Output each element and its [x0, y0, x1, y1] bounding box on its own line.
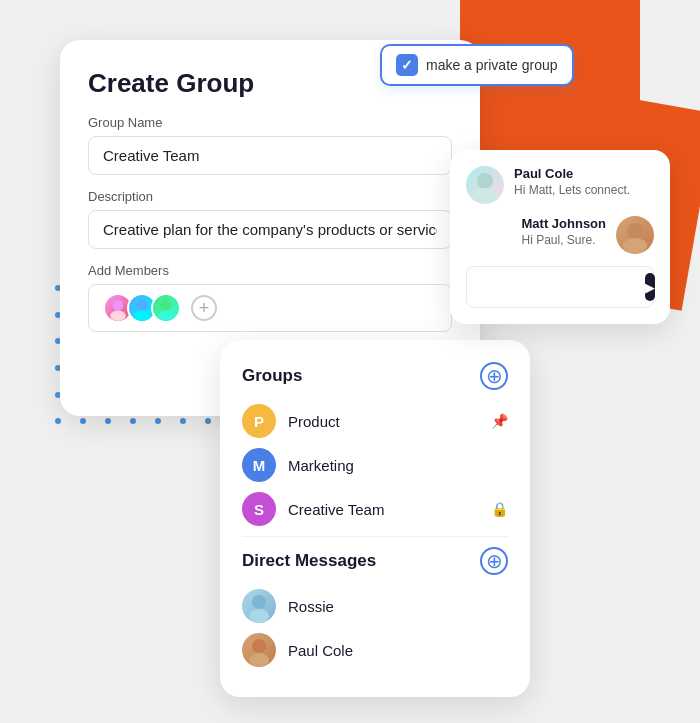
description-input[interactable]	[88, 210, 452, 249]
product-name: Product	[288, 413, 479, 430]
groups-title: Groups	[242, 366, 302, 386]
matt-message-content: Matt Johnson Hi Paul, Sure.	[522, 216, 607, 247]
chat-message-paul: Paul Cole Hi Matt, Lets connect.	[466, 166, 654, 204]
matt-message: Hi Paul, Sure.	[522, 233, 607, 247]
svg-point-3	[134, 311, 150, 321]
product-pin-icon: 📌	[491, 413, 508, 429]
group-item-product[interactable]: P Product 📌	[242, 404, 508, 438]
svg-point-12	[252, 639, 266, 653]
group-name-group: Group Name	[88, 115, 452, 175]
chat-card: Paul Cole Hi Matt, Lets connect. Matt Jo…	[450, 150, 670, 324]
private-group-label: make a private group	[426, 57, 558, 73]
product-icon: P	[242, 404, 276, 438]
group-name-input[interactable]	[88, 136, 452, 175]
svg-point-11	[249, 609, 269, 623]
rossie-avatar	[242, 589, 276, 623]
add-group-button[interactable]: ⊕	[480, 362, 508, 390]
add-dm-button[interactable]: ⊕	[480, 547, 508, 575]
add-members-row[interactable]: +	[88, 284, 452, 332]
description-group: Description	[88, 189, 452, 249]
svg-point-9	[623, 238, 647, 254]
groups-card: Groups ⊕ P Product 📌 M Marketing S Creat…	[220, 340, 530, 697]
paul-name: Paul Cole	[514, 166, 630, 181]
svg-point-5	[158, 311, 174, 321]
svg-point-1	[110, 311, 126, 321]
paul-avatar	[466, 166, 504, 204]
svg-point-0	[113, 300, 123, 310]
svg-point-2	[137, 300, 147, 310]
chat-input[interactable]	[477, 280, 645, 295]
matt-name: Matt Johnson	[522, 216, 607, 231]
paul-message-content: Paul Cole Hi Matt, Lets connect.	[514, 166, 630, 197]
svg-point-10	[252, 595, 266, 609]
dm-item-rossie[interactable]: Rossie	[242, 589, 508, 623]
add-member-button[interactable]: +	[191, 295, 217, 321]
section-divider	[242, 536, 508, 537]
member-avatar-3	[151, 293, 181, 323]
marketing-name: Marketing	[288, 457, 508, 474]
paul-dm-avatar	[242, 633, 276, 667]
description-label: Description	[88, 189, 452, 204]
creative-name: Creative Team	[288, 501, 479, 518]
chat-message-matt: Matt Johnson Hi Paul, Sure.	[466, 216, 654, 254]
add-members-group: Add Members +	[88, 263, 452, 332]
paul-dm-name: Paul Cole	[288, 642, 353, 659]
creative-icon: S	[242, 492, 276, 526]
member-avatars	[103, 293, 181, 323]
dm-title: Direct Messages	[242, 551, 376, 571]
private-group-badge[interactable]: ✓ make a private group	[380, 44, 574, 86]
group-name-label: Group Name	[88, 115, 452, 130]
groups-header: Groups ⊕	[242, 362, 508, 390]
private-checkbox[interactable]: ✓	[396, 54, 418, 76]
dm-header: Direct Messages ⊕	[242, 547, 508, 575]
paul-message: Hi Matt, Lets connect.	[514, 183, 630, 197]
send-button[interactable]: ▶	[645, 273, 655, 301]
add-members-label: Add Members	[88, 263, 452, 278]
chat-input-row[interactable]: ▶	[466, 266, 654, 308]
svg-point-8	[627, 223, 643, 239]
creative-lock-icon: 🔒	[491, 501, 508, 517]
svg-point-7	[473, 188, 497, 204]
dm-item-paul[interactable]: Paul Cole	[242, 633, 508, 667]
svg-point-4	[161, 300, 171, 310]
group-item-creative[interactable]: S Creative Team 🔒	[242, 492, 508, 526]
marketing-icon: M	[242, 448, 276, 482]
svg-point-6	[477, 173, 493, 189]
group-item-marketing[interactable]: M Marketing	[242, 448, 508, 482]
rossie-name: Rossie	[288, 598, 334, 615]
matt-avatar	[616, 216, 654, 254]
svg-point-13	[249, 653, 269, 667]
